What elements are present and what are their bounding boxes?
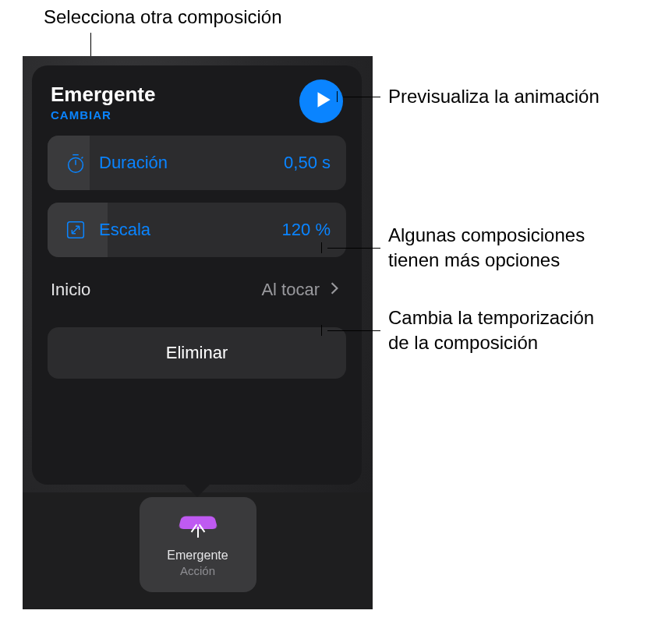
panel-header: Emergente CAMBIAR xyxy=(48,83,346,123)
build-thumbnail[interactable]: Emergente Acción xyxy=(140,497,256,592)
delete-label: Eliminar xyxy=(166,343,228,363)
stopwatch-icon xyxy=(63,151,88,175)
thumb-title: Emergente xyxy=(167,549,228,563)
svg-line-3 xyxy=(82,157,83,159)
duration-value: 0,50 s xyxy=(284,153,331,173)
callout-text: Previsualiza la animación xyxy=(388,86,599,107)
start-timing-row[interactable]: Inicio Al tocar xyxy=(48,270,346,310)
scale-label: Escala xyxy=(99,220,150,240)
thumb-subtitle: Acción xyxy=(180,564,215,577)
app-background: Emergente CAMBIAR Duración 0,50 xyxy=(23,56,373,609)
callout-text-line1: Algunas composiciones xyxy=(388,224,585,245)
scale-icon xyxy=(63,218,88,242)
callout-more-options: Algunas composiciones tienen más opcione… xyxy=(388,223,585,273)
callout-preview: Previsualiza la animación xyxy=(388,84,599,109)
callout-timing: Cambia la temporización de la composició… xyxy=(388,305,594,356)
start-label: Inicio xyxy=(51,280,90,300)
pop-icon xyxy=(177,513,219,544)
callout-select-other: Selecciona otra composición xyxy=(44,5,282,30)
delete-button[interactable]: Eliminar xyxy=(48,327,346,379)
duration-label: Duración xyxy=(99,153,168,173)
chevron-right-icon xyxy=(329,279,340,301)
build-options-panel: Emergente CAMBIAR Duración 0,50 xyxy=(32,65,362,485)
change-build-button[interactable]: CAMBIAR xyxy=(51,108,155,122)
callout-text: Selecciona otra composición xyxy=(44,6,282,27)
scale-slider[interactable]: Escala 120 % xyxy=(48,203,346,257)
callout-text-line2: de la composición xyxy=(388,332,538,353)
scale-value: 120 % xyxy=(282,220,331,240)
start-value: Al tocar xyxy=(261,280,320,300)
callout-text-line1: Cambia la temporización xyxy=(388,307,594,328)
callout-text-line2: tienen más opciones xyxy=(388,249,560,270)
duration-slider[interactable]: Duración 0,50 s xyxy=(48,136,346,190)
panel-title: Emergente xyxy=(51,83,155,107)
play-icon xyxy=(309,90,333,113)
